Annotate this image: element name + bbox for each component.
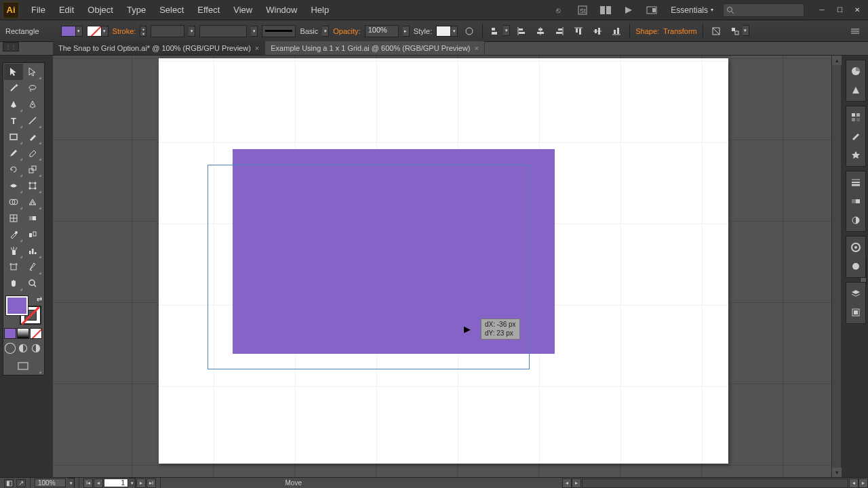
status-icon-2[interactable]: ↗ [16,479,26,487]
color-mode-none[interactable] [30,328,42,339]
hscroll-left2-button[interactable]: ▸ [572,479,581,488]
menu-file[interactable]: File [24,2,52,18]
canvas-area[interactable]: ▶ dX: -36 px dY: 23 px ▴ ▾ [53,56,841,477]
rotate-tool[interactable] [4,161,23,178]
menu-window[interactable]: Window [259,2,304,18]
brushes-panel-icon[interactable] [846,127,865,146]
isolate-icon[interactable] [709,25,724,37]
shape-builder-tool[interactable] [4,194,23,210]
window-maximize-button[interactable]: ☐ [831,4,848,16]
libraries-panel-icon[interactable] [846,303,865,322]
close-tab-icon[interactable]: × [475,44,479,52]
zoom-tool[interactable] [23,275,42,291]
color-guide-panel-icon[interactable] [846,81,865,100]
mesh-tool[interactable] [4,210,23,226]
artboard-number-input[interactable]: 1 [104,479,128,487]
workspace-switcher[interactable]: Essentials ▾ [665,3,719,17]
brush-preview[interactable] [262,25,296,37]
align-vcenter-icon[interactable] [590,25,605,37]
artboard-dropdown[interactable]: ▾ [129,478,136,489]
menu-effect[interactable]: Effect [191,2,226,18]
symbol-sprayer-tool[interactable] [4,243,23,259]
stroke-weight-down[interactable]: ▾ [140,31,146,37]
document-tab-1[interactable]: The Snap to Grid Option.ai* @ 100% (RGB/… [53,41,265,55]
last-artboard-button[interactable]: ▸I [146,479,156,488]
menu-select[interactable]: Select [153,2,191,18]
draw-inside-icon[interactable]: ◑ [30,342,42,352]
menu-edit[interactable]: Edit [52,2,81,18]
eyedropper-tool[interactable] [4,226,23,243]
color-panel-icon[interactable] [846,62,865,81]
selection-tool[interactable] [4,64,23,80]
opacity-dropdown[interactable]: ▸ [403,26,410,37]
hscroll-left-button[interactable]: ◂ [562,479,572,488]
type-tool[interactable]: T [4,113,23,129]
tab-dock-handle[interactable]: ⋮⋮ [3,42,19,52]
draw-behind-icon[interactable]: ◐ [17,342,29,352]
align-hcenter-icon[interactable] [533,25,548,37]
stroke-panel-icon[interactable] [846,173,865,192]
zoom-level-input[interactable]: 100% [35,479,66,487]
stroke-weight-input[interactable] [151,25,184,37]
variable-width-profile[interactable] [199,25,247,37]
align-dropdown[interactable]: ▾ [488,25,510,37]
fill-stroke-swatches[interactable]: ⇄ [4,294,43,327]
graphic-styles-panel-icon[interactable] [846,257,865,276]
window-close-button[interactable]: ✕ [849,4,865,16]
menu-object[interactable]: Object [81,2,120,18]
panel-menu-icon[interactable] [848,25,863,37]
scroll-up-button[interactable]: ▴ [832,56,842,65]
gradient-panel-icon[interactable] [846,192,865,211]
gpu-icon[interactable]: St [573,3,592,17]
variable-width-dropdown[interactable]: ▾ [251,26,258,37]
line-tool[interactable] [23,113,42,129]
scroll-down-button[interactable]: ▾ [832,468,842,477]
shape-label[interactable]: Shape: [635,27,659,35]
swap-fill-stroke-icon[interactable]: ⇄ [37,296,42,303]
select-similar-dropdown[interactable]: ▾ [728,25,749,37]
color-mode-solid[interactable] [4,328,16,339]
slice-tool[interactable] [23,259,42,275]
fill-swatch[interactable]: ▾ [61,26,83,37]
perspective-grid-tool[interactable] [23,194,42,210]
arrange-docs-icon[interactable] [596,3,615,17]
align-right-icon[interactable] [552,25,567,37]
align-top-icon[interactable] [571,25,586,37]
vertical-scrollbar[interactable]: ▴ ▾ [831,56,841,477]
hand-tool[interactable] [4,275,23,291]
scale-tool[interactable] [23,161,42,178]
appearance-panel-icon[interactable] [846,238,865,257]
status-icon-1[interactable]: ◧ [4,479,14,487]
screen-mode-button[interactable] [4,358,42,374]
transform-label[interactable]: Transform [663,27,697,35]
free-transform-tool[interactable] [23,178,42,194]
next-artboard-button[interactable]: ▸ [136,479,146,488]
layers-panel-icon[interactable] [846,284,865,303]
hscroll-right-button[interactable]: ◂ [849,479,859,488]
horizontal-scrollbar[interactable] [582,479,849,488]
symbols-panel-icon[interactable] [846,146,865,165]
rectangle-tool[interactable] [4,129,23,145]
gradient-tool[interactable] [23,210,42,226]
first-artboard-button[interactable]: I◂ [83,479,93,488]
recolor-icon[interactable] [462,25,477,37]
transparency-panel-icon[interactable] [846,211,865,230]
stroke-swatch[interactable]: ▾ [87,26,108,37]
opacity-input[interactable]: 100% [365,25,399,37]
sync-icon[interactable]: ⎋ [550,3,569,17]
menu-type[interactable]: Type [120,2,153,18]
stroke-weight-dropdown[interactable]: ▾ [189,26,195,37]
align-bottom-icon[interactable] [609,25,624,37]
eraser-tool[interactable] [23,145,42,161]
graphic-style[interactable]: ▾ [436,26,458,37]
prev-artboard-button[interactable]: ◂ [94,479,103,488]
swatches-panel-icon[interactable] [846,108,865,127]
direct-selection-tool[interactable] [23,64,42,80]
feedback-icon[interactable] [619,3,638,17]
stock-icon[interactable] [642,3,661,17]
paintbrush-tool[interactable] [23,129,42,145]
pencil-tool[interactable] [4,145,23,161]
fill-color-swatch[interactable] [6,296,28,315]
width-tool[interactable] [4,178,23,194]
lasso-tool[interactable] [23,80,42,96]
